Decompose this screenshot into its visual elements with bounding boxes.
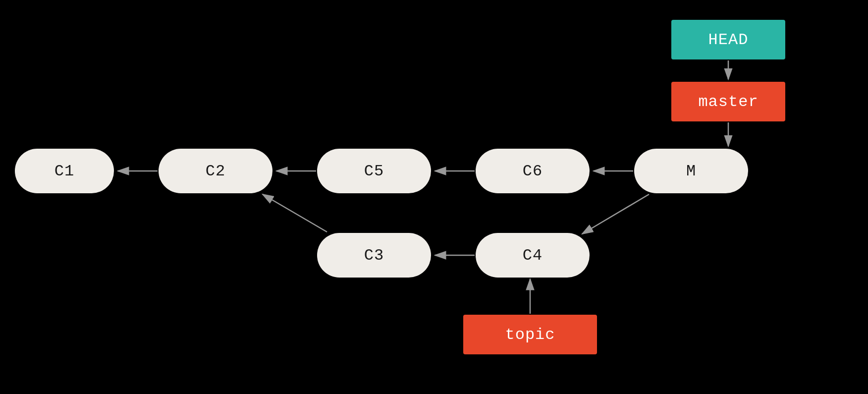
commit-M: M bbox=[634, 149, 748, 193]
git-diagram: HEAD master M C6 C5 C2 C1 C4 C3 topic bbox=[0, 0, 868, 394]
commit-C2: C2 bbox=[159, 149, 272, 193]
commit-C5: C5 bbox=[317, 149, 431, 193]
svg-line-9 bbox=[263, 194, 327, 232]
commit-C1: C1 bbox=[15, 149, 114, 193]
topic-node: topic bbox=[463, 315, 597, 354]
commit-C4: C4 bbox=[476, 233, 590, 278]
svg-line-7 bbox=[582, 194, 649, 234]
master-node: master bbox=[671, 82, 785, 121]
head-node: HEAD bbox=[671, 20, 785, 59]
commit-C6: C6 bbox=[476, 149, 590, 193]
commit-C3: C3 bbox=[317, 233, 431, 278]
